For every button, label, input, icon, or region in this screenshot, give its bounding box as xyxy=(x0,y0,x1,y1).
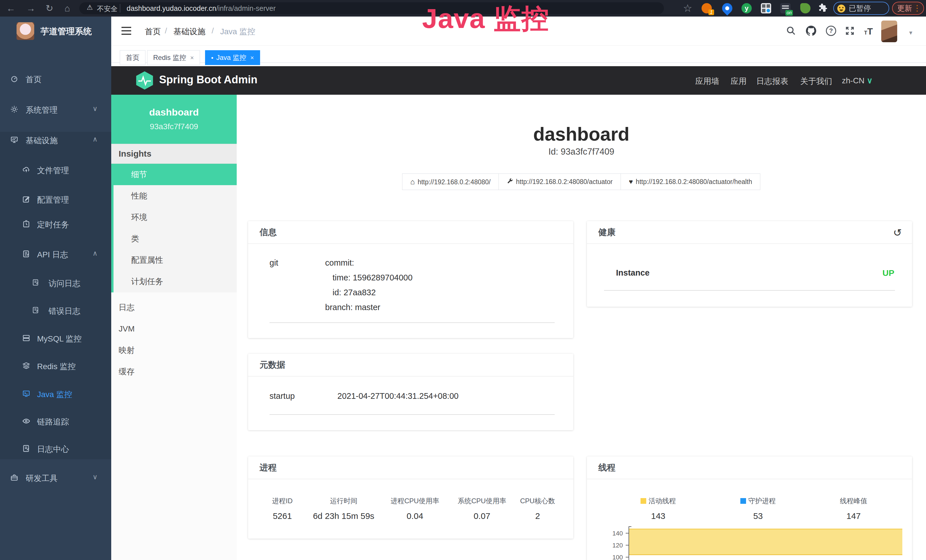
insights-section-label: Insights xyxy=(111,144,237,164)
sidebar-item-api-log[interactable]: API 日志 ∧ xyxy=(0,245,111,262)
sidebar-item-label: 基础设施 xyxy=(26,135,57,146)
browser-back-icon[interactable]: ← xyxy=(6,2,15,14)
breadcrumb-current: Java 监控 xyxy=(220,26,255,37)
info-card: 信息 git commit: time: 1596289704000 id: 2… xyxy=(248,221,573,338)
sidebar-item-mappings[interactable]: 映射 xyxy=(111,339,237,361)
sba-nav-about[interactable]: 关于我们 xyxy=(800,76,832,87)
extension-grid-icon[interactable] xyxy=(761,3,771,14)
sidebar-item-label: 文件管理 xyxy=(37,165,69,176)
app-title: 芋道管理系统 xyxy=(41,26,92,37)
briefcase-icon xyxy=(10,474,18,481)
insight-item-config-props[interactable]: 配置属性 xyxy=(113,249,239,271)
service-url-button[interactable]: ⌂http://192.168.0.2:48080/ xyxy=(402,173,499,190)
history-icon[interactable]: ↺ xyxy=(893,227,902,239)
tab-java-monitor[interactable]: ●Java 监控× xyxy=(205,50,260,65)
extensions-puzzle-icon[interactable] xyxy=(818,3,828,14)
url-divider xyxy=(120,4,120,12)
process-card-title: 进程 xyxy=(260,456,277,479)
sba-nav-journal[interactable]: 日志报表 xyxy=(756,76,788,87)
threads-card: 线程 活动线程 守护进程 线程峰值 143 53 147 140 120 100 xyxy=(587,456,912,560)
instance-header[interactable]: dashboard 93a3fc7f7409 xyxy=(111,95,237,144)
insight-item-classes[interactable]: 类 xyxy=(113,228,239,249)
github-icon[interactable] xyxy=(806,26,816,36)
sba-brand[interactable]: Spring Boot Admin xyxy=(159,74,257,86)
hamburger-icon[interactable] xyxy=(121,27,131,35)
edit-icon xyxy=(22,195,30,203)
insight-item-scheduled-tasks[interactable]: 计划任务 xyxy=(113,271,239,292)
extension-badge: 1 xyxy=(708,9,714,15)
caret-down-icon[interactable]: ▾ xyxy=(909,29,912,36)
browser-menu-icon[interactable]: ⋮ xyxy=(913,2,921,14)
extension-y-icon[interactable]: y xyxy=(741,3,752,14)
close-icon[interactable]: × xyxy=(250,54,254,61)
browser-home-icon[interactable]: ⌂ xyxy=(65,2,70,14)
fullscreen-icon[interactable] xyxy=(845,26,855,36)
metadata-card: 元数据 startup 2021-04-27T00:44:31.254+08:0… xyxy=(248,354,573,430)
yellow-swatch-icon xyxy=(640,498,646,504)
app-logo xyxy=(17,22,34,40)
sidebar-item-java-monitor[interactable]: Java 监控 xyxy=(0,385,111,402)
sidebar-item-file-mgmt[interactable]: 文件管理 xyxy=(0,161,111,178)
dashboard-icon xyxy=(10,75,18,83)
sidebar-item-caches[interactable]: 缓存 xyxy=(111,361,237,382)
tab-home[interactable]: 首页 xyxy=(120,50,145,65)
extension-pin-icon[interactable] xyxy=(720,1,735,16)
sidebar-item-trace[interactable]: 链路追踪 xyxy=(0,413,111,430)
tab-redis-monitor[interactable]: Redis 监控× xyxy=(147,50,200,65)
row-divider xyxy=(269,414,555,415)
extension-on-icon[interactable]: on xyxy=(780,3,791,14)
sba-locale-select[interactable]: zh-CN ∨ xyxy=(842,76,873,85)
tick-mark xyxy=(626,545,629,545)
help-icon[interactable]: ? xyxy=(826,26,836,36)
metadata-card-title: 元数据 xyxy=(260,354,285,376)
sidebar-item-mysql-monitor[interactable]: MySQL 监控 xyxy=(0,330,111,347)
insight-item-metrics[interactable]: 性能 xyxy=(113,185,239,207)
sidebar-item-infrastructure[interactable]: 基础设施 ∧ xyxy=(0,131,111,148)
insight-item-details[interactable]: 细节 xyxy=(113,164,239,185)
sidebar-item-dev-tools[interactable]: 研发工具 ∨ xyxy=(0,469,111,486)
sidebar-item-home[interactable]: 首页 xyxy=(0,70,111,87)
security-label[interactable]: 不安全 xyxy=(97,4,118,14)
sidebar-item-jvm[interactable]: JVM xyxy=(111,318,237,339)
bookmark-star-icon[interactable]: ☆ xyxy=(683,2,692,14)
avatar[interactable] xyxy=(881,21,897,42)
profile-paused-badge[interactable]: 已暂停 xyxy=(833,2,889,15)
extension-green-icon[interactable] xyxy=(800,3,811,14)
browser-forward-icon[interactable]: → xyxy=(26,2,35,14)
sidebar-item-error-log[interactable]: 错误日志 xyxy=(0,302,111,319)
sidebar-item-label: 日志中心 xyxy=(37,444,69,455)
health-card-title: 健康 xyxy=(598,221,616,243)
sidebar-item-label: Java 监控 xyxy=(37,389,72,400)
extension-orange-icon[interactable]: 1 xyxy=(702,3,712,14)
sidebar-item-redis-monitor[interactable]: Redis 监控 xyxy=(0,357,111,374)
status-badge: UP xyxy=(882,268,894,278)
sidebar-item-access-log[interactable]: 访问日志 xyxy=(0,274,111,291)
sidebar-item-scheduled-jobs[interactable]: 定时任务 xyxy=(0,215,111,233)
insight-item-environment[interactable]: 环境 xyxy=(113,207,239,228)
sidebar-item-logfile[interactable]: 日志 xyxy=(111,297,237,318)
breadcrumb-home[interactable]: 首页 xyxy=(145,26,161,37)
layers-icon xyxy=(22,362,30,370)
sba-nav-applications[interactable]: 应用 xyxy=(731,76,747,87)
actuator-url: http://192.168.0.2:48080/actuator xyxy=(516,178,613,185)
url-bar[interactable]: ⚠ 不安全 dashboard.yudao.iocoder.cn/infra/a… xyxy=(79,2,664,14)
sidebar-item-label: Redis 监控 xyxy=(37,361,76,372)
health-url-button[interactable]: ♥http://192.168.0.2:48080/actuator/healt… xyxy=(620,173,760,190)
browser-update-button[interactable]: 更新 ⋮ xyxy=(892,2,924,15)
service-url: http://192.168.0.2:48080/ xyxy=(418,178,490,186)
close-icon[interactable]: × xyxy=(190,54,194,61)
font-size-icon[interactable]: TT xyxy=(864,26,873,37)
legend-live-threads: 活动线程 xyxy=(640,496,676,506)
process-header-pid: 进程ID xyxy=(272,496,293,506)
sidebar-item-system-mgmt[interactable]: 系统管理 ∨ xyxy=(0,101,111,118)
search-icon[interactable] xyxy=(786,26,796,36)
health-instance-label[interactable]: Instance xyxy=(616,268,650,278)
actuator-url-button[interactable]: http://192.168.0.2:48080/actuator xyxy=(498,173,621,190)
browser-reload-icon[interactable]: ↻ xyxy=(45,2,53,14)
breadcrumb-infrastructure[interactable]: 基础设施 xyxy=(173,26,205,37)
sidebar-item-config-mgmt[interactable]: 配置管理 xyxy=(0,191,111,208)
sidebar-item-label: 研发工具 xyxy=(26,473,57,484)
sidebar-item-log-center[interactable]: 日志中心 xyxy=(0,440,111,457)
sidebar-item-label: API 日志 xyxy=(37,249,68,260)
sba-nav-wall[interactable]: 应用墙 xyxy=(695,76,719,87)
